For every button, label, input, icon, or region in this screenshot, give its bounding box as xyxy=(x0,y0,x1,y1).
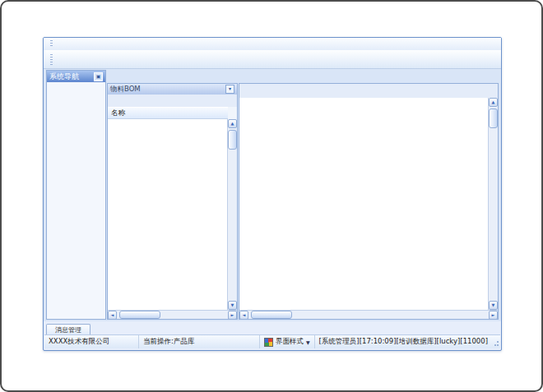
members-panel: ▲ ▼ ◄ ► xyxy=(239,83,499,320)
status-bar: XXXX技术有限公司 当前操作:产品库 界面样式 ▼ [系统管理员][17:10… xyxy=(44,334,500,348)
chevron-down-icon: ▼ xyxy=(306,339,310,345)
scroll-down-icon[interactable]: ▼ xyxy=(228,301,237,310)
bom-tree-area: ▲ ▼ xyxy=(108,119,237,310)
scroll-thumb[interactable] xyxy=(119,311,160,319)
navigator-sidebar: 系统导航 ▣ xyxy=(46,70,106,320)
bom-tree-vertical-scrollbar[interactable]: ▲ ▼ xyxy=(227,119,237,310)
document-tab-bar xyxy=(107,69,499,81)
bom-panel: 物料BOM ▾ 名称 ▲ ▼ ◄ ► xyxy=(107,83,238,320)
resize-grip[interactable] xyxy=(492,335,500,348)
scroll-right-icon[interactable]: ► xyxy=(489,311,498,320)
toolbar xyxy=(44,50,501,69)
current-operation: 当前操作:产品库 xyxy=(139,335,260,348)
bom-panel-header: 物料BOM ▾ xyxy=(108,84,237,95)
ui-style-selector[interactable]: 界面样式 ▼ xyxy=(260,335,315,348)
navigator-title: 系统导航 xyxy=(49,71,79,82)
bom-tree-column-header[interactable]: 名称 xyxy=(108,107,228,119)
scroll-right-icon[interactable]: ► xyxy=(228,311,237,320)
scroll-thumb[interactable] xyxy=(489,108,498,128)
message-manager-tab[interactable]: 消息管理 xyxy=(46,324,90,334)
navigator-menu-icon[interactable]: ▣ xyxy=(94,72,103,81)
navigator-header: 系统导航 ▣ xyxy=(47,71,105,82)
scroll-thumb[interactable] xyxy=(228,130,237,150)
scroll-down-icon[interactable]: ▼ xyxy=(489,301,498,310)
ui-style-label: 界面样式 xyxy=(276,337,304,347)
scroll-thumb[interactable] xyxy=(251,311,292,319)
session-info: [系统管理员][17:10:09][培训数据库][lucky][11000] xyxy=(315,335,492,348)
table-vertical-scrollbar[interactable]: ▲ ▼ xyxy=(488,98,498,310)
scroll-up-icon[interactable]: ▲ xyxy=(228,119,237,128)
app-window: 系统导航 ▣ 物料BOM ▾ 名称 ▲ ▼ xyxy=(43,37,502,351)
bom-panel-pin-icon[interactable]: ▾ xyxy=(225,85,234,94)
bom-version-tabs xyxy=(108,95,237,107)
bom-panel-title: 物料BOM xyxy=(110,85,141,95)
menu-bar xyxy=(44,38,501,51)
workspace: 系统导航 ▣ 物料BOM ▾ 名称 ▲ ▼ xyxy=(44,69,501,321)
company-name: XXXX技术有限公司 xyxy=(44,335,139,348)
scroll-up-icon[interactable]: ▲ xyxy=(489,98,498,107)
members-tab-bar xyxy=(239,84,498,98)
scroll-left-icon[interactable]: ◄ xyxy=(239,311,248,320)
table-horizontal-scrollbar[interactable]: ◄ ► xyxy=(239,310,498,319)
members-table xyxy=(239,98,489,310)
members-grid-area: ▲ ▼ xyxy=(239,98,498,310)
style-grid-icon xyxy=(264,338,273,347)
scroll-left-icon[interactable]: ◄ xyxy=(108,311,117,320)
bom-tree-horizontal-scrollbar[interactable]: ◄ ► xyxy=(108,310,237,319)
bom-tree xyxy=(108,119,228,310)
navigator-body xyxy=(47,82,105,319)
